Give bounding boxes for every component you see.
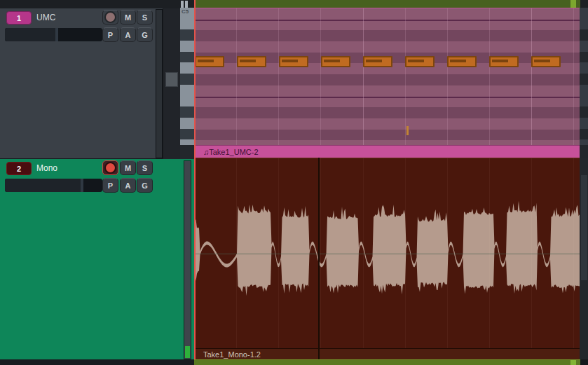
track-1-panel[interactable]: 1 UMC M S P A G (0, 8, 163, 159)
track-2-volume-slider[interactable] (5, 179, 102, 192)
piano-roll-row (195, 118, 580, 130)
piano-keys-column[interactable]: C5 (180, 8, 194, 145)
piano-key[interactable] (180, 139, 194, 145)
track-1-volume-slider[interactable] (5, 28, 102, 41)
piano-roll-row (195, 41, 580, 53)
piano-key[interactable] (180, 129, 194, 140)
midi-note[interactable] (321, 56, 350, 67)
piano-key[interactable] (180, 62, 194, 74)
note-velocity-bar (450, 60, 466, 62)
midi-editor-right-gutter (580, 8, 588, 145)
grid-line (320, 158, 321, 348)
arrange-vscroll-thumb[interactable] (581, 175, 587, 280)
grid-line (363, 8, 364, 145)
gutter-row (580, 129, 588, 140)
piano-key[interactable] (180, 41, 194, 52)
piano-key[interactable] (180, 19, 194, 30)
midi-note[interactable] (489, 56, 519, 67)
midi-item-label-bar[interactable]: ♫Take1_UMC-2 (194, 145, 580, 158)
daw-arrange-window: 1 UMC M S P A G C5 2 Mono M S (0, 0, 588, 365)
grid-line (320, 8, 321, 145)
volume-thumb[interactable] (81, 179, 83, 192)
gutter-row (580, 106, 588, 118)
piano-key[interactable] (180, 52, 194, 63)
timeline-ruler-strip[interactable] (195, 0, 580, 8)
audio-item-take1-mono[interactable] (195, 158, 580, 348)
track-2-solo-button[interactable]: S (137, 160, 153, 175)
grid-line (278, 158, 279, 348)
piano-roll-row (195, 30, 580, 41)
item-split-cursor-line (318, 158, 320, 359)
item-left-edge-line (194, 0, 196, 359)
gutter-row (580, 139, 588, 145)
grid-line (236, 158, 237, 348)
midi-note[interactable] (195, 56, 224, 67)
gutter-row (580, 29, 588, 41)
track-1-record-arm-button[interactable] (102, 10, 118, 25)
midi-cc-event-tick[interactable] (406, 126, 409, 135)
midi-note[interactable] (531, 56, 561, 67)
gutter-row (580, 8, 588, 19)
grid-line (531, 8, 532, 145)
note-velocity-bar (198, 60, 214, 62)
piano-key[interactable] (180, 118, 194, 129)
track-2-name[interactable]: Mono (36, 163, 57, 173)
top-right-corner (580, 0, 588, 8)
midi-note[interactable] (237, 56, 266, 67)
piano-key-label: C5 (182, 8, 189, 15)
track-2-panel[interactable]: 2 Mono M S P A G (0, 159, 194, 359)
piano-roll-row (195, 130, 580, 141)
midi-note[interactable] (363, 56, 392, 67)
track-1-mute-button[interactable]: M (120, 10, 136, 25)
track-2-pan-button[interactable]: P (102, 178, 118, 193)
grid-line (573, 8, 574, 145)
inline-editor-vscroll-thumb[interactable] (165, 72, 178, 87)
grid-line (531, 158, 532, 348)
midi-item-take1-umc-2[interactable] (195, 8, 580, 145)
track-2-record-arm-button[interactable] (102, 160, 118, 175)
audio-item-label-strip[interactable]: Take1_Mono-1.2 (195, 348, 580, 359)
piano-key[interactable] (180, 74, 194, 85)
track-2-auto-button[interactable]: A (120, 178, 136, 193)
track-2-group-button[interactable]: G (137, 178, 153, 193)
gutter-row (580, 41, 588, 52)
track-1-number-badge[interactable]: 1 (6, 11, 32, 25)
ruler-strip-end-cap (570, 0, 576, 8)
bottom-left-strip (0, 359, 194, 365)
midi-note[interactable] (447, 56, 477, 67)
octave-separator-line (195, 20, 580, 21)
waveform-zero-line (195, 254, 580, 254)
hscroll-end-cap (570, 360, 576, 365)
piano-key[interactable] (180, 85, 194, 96)
piano-roll-row (195, 140, 580, 145)
inline-editor-vscrollbar[interactable] (163, 8, 180, 159)
piano-key[interactable] (180, 106, 194, 118)
gutter-row (580, 96, 588, 107)
grid-line (236, 8, 237, 145)
note-velocity-bar (324, 60, 340, 62)
note-velocity-bar (366, 60, 382, 62)
midi-note[interactable] (279, 56, 308, 67)
piano-key[interactable] (180, 29, 194, 41)
track-1-number: 1 (17, 14, 21, 22)
track-1-group-button[interactable]: G (137, 27, 153, 42)
grid-line (363, 158, 364, 348)
horizontal-scrollbar[interactable] (194, 359, 580, 365)
note-velocity-bar (240, 60, 256, 62)
piano-roll-row (195, 85, 580, 97)
grid-line (447, 158, 448, 348)
grid-line (489, 8, 490, 145)
track-1-solo-button[interactable]: S (137, 10, 153, 25)
track-2-number-badge[interactable]: 2 (6, 162, 32, 175)
track-2-vu-meter (184, 160, 191, 359)
piano-roll-row (195, 8, 580, 20)
piano-roll-row (195, 74, 580, 85)
midi-note[interactable] (405, 56, 435, 67)
track-2-mute-button[interactable]: M (120, 160, 136, 175)
gutter-row (580, 19, 588, 30)
piano-key[interactable] (180, 96, 194, 107)
volume-thumb[interactable] (55, 28, 58, 41)
track-1-name[interactable]: UMC (36, 13, 55, 22)
track-1-pan-button[interactable]: P (102, 27, 118, 42)
track-1-auto-button[interactable]: A (120, 27, 136, 42)
